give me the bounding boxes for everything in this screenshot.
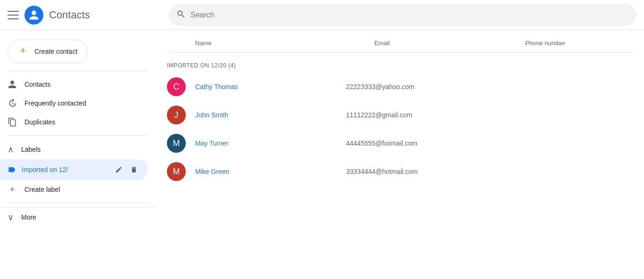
sidebar-divider-bottom	[8, 203, 148, 203]
contacts-label: Contacts	[25, 81, 50, 88]
create-contact-label: Create contact	[34, 48, 77, 55]
top-bar: Contacts	[0, 0, 644, 30]
label-item-imported[interactable]: Imported on 12/	[0, 159, 148, 180]
contact-email: 11112222@gmail.com	[346, 111, 497, 119]
sidebar-divider-top	[8, 71, 148, 71]
sidebar-item-frequently-contacted[interactable]: Frequently contacted	[0, 94, 148, 113]
label-item-actions	[112, 163, 140, 176]
contact-name: Cathy Thomas	[195, 83, 346, 90]
copy-icon	[8, 117, 17, 127]
sidebar-divider-middle	[8, 135, 148, 136]
label-name: Imported on 12/	[22, 166, 68, 173]
more-chevron-icon: ∨	[8, 212, 14, 222]
main-layout: Create contact Contacts Frequently conta…	[0, 30, 644, 279]
create-label-label: Create label	[25, 186, 60, 193]
menu-icon[interactable]	[8, 9, 19, 21]
column-header-name: Name	[195, 40, 374, 47]
contact-email: 22223333@yahoo.com	[346, 83, 497, 90]
top-bar-left: Contacts	[8, 6, 163, 25]
contact-name: Mike Green	[195, 168, 346, 175]
contacts-list: C Cathy Thomas 22223333@yahoo.com J John…	[167, 73, 633, 186]
create-label-plus-icon: +	[8, 185, 17, 194]
sidebar: Create contact Contacts Frequently conta…	[0, 30, 156, 279]
plus-icon	[17, 46, 29, 57]
table-row[interactable]: J John Smith 11112222@gmail.com	[167, 101, 633, 129]
more-label: More	[21, 213, 36, 221]
content-area: Name Email Phone number IMPORTED ON 12/2…	[156, 30, 644, 279]
table-row[interactable]: M May Turner 44445555@foxmail.com	[167, 129, 633, 157]
column-header-phone: Phone number	[525, 40, 565, 47]
history-icon	[8, 98, 17, 108]
avatar: C	[167, 77, 186, 96]
create-contact-button[interactable]: Create contact	[8, 40, 87, 63]
group-header: IMPORTED ON 12/20 (4)	[167, 55, 633, 73]
search-icon	[176, 9, 186, 21]
more-section[interactable]: ∨ More	[0, 207, 156, 227]
content-header: Name Email Phone number	[167, 30, 633, 53]
label-icon	[8, 165, 16, 174]
contact-name: John Smith	[195, 111, 346, 119]
contact-name: May Turner	[195, 140, 346, 147]
duplicates-label: Duplicates	[25, 118, 55, 126]
labels-header-label: Labels	[21, 146, 41, 153]
contact-email: 33334444@hotmail.com	[346, 168, 497, 175]
labels-header[interactable]: ∧ Labels	[0, 140, 156, 159]
labels-chevron-icon: ∧	[8, 144, 14, 155]
table-row[interactable]: C Cathy Thomas 22223333@yahoo.com	[167, 73, 633, 101]
app-title: Contacts	[49, 9, 90, 21]
frequently-contacted-label: Frequently contacted	[25, 99, 86, 107]
labels-section: ∧ Labels Imported on 12/	[0, 140, 156, 199]
sidebar-item-duplicates[interactable]: Duplicates	[0, 113, 148, 131]
person-icon	[8, 80, 17, 89]
table-row[interactable]: M Mike Green 33334444@hotmail.com	[167, 157, 633, 186]
avatar: M	[167, 134, 186, 153]
contact-email: 44445555@foxmail.com	[346, 140, 497, 147]
create-label-button[interactable]: + Create label	[0, 180, 148, 199]
app-logo	[25, 6, 43, 25]
search-bar[interactable]	[169, 4, 636, 26]
edit-label-button[interactable]	[112, 163, 125, 176]
delete-label-button[interactable]	[127, 163, 140, 176]
avatar: M	[167, 162, 186, 181]
search-input[interactable]	[190, 11, 629, 19]
label-item-content: Imported on 12/	[8, 165, 107, 174]
avatar: J	[167, 106, 186, 124]
sidebar-item-contacts[interactable]: Contacts	[0, 75, 148, 94]
column-header-email: Email	[374, 40, 525, 47]
